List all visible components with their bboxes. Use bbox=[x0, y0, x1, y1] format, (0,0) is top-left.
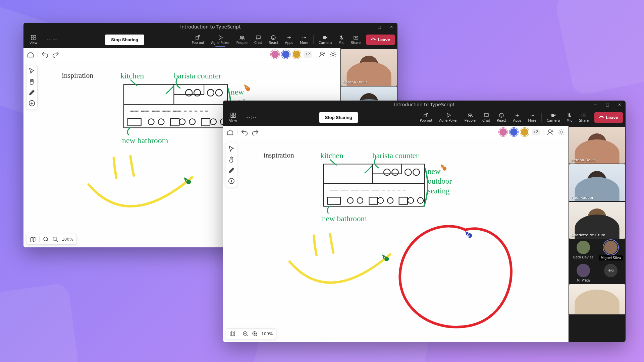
dots-icon bbox=[530, 113, 535, 118]
presence-avatar[interactable] bbox=[271, 51, 279, 58]
participant-small[interactable]: Beth Davies bbox=[571, 241, 596, 260]
undo-button[interactable] bbox=[241, 128, 248, 136]
chat-button[interactable]: Chat bbox=[479, 111, 493, 124]
meeting-timer: --:-- bbox=[243, 115, 260, 120]
presence-avatar[interactable]: CB bbox=[510, 128, 518, 136]
whiteboard-toolbar: CB CW +2 bbox=[23, 48, 340, 60]
presence-avatar[interactable]: CB bbox=[282, 51, 289, 58]
participant-tile[interactable]: Aadi Kapoor bbox=[569, 164, 625, 201]
chat-icon bbox=[256, 35, 261, 40]
avatar: +6 bbox=[604, 264, 618, 277]
window-close[interactable]: ✕ bbox=[613, 101, 626, 109]
chat-icon bbox=[484, 113, 489, 118]
people-button[interactable]: People bbox=[462, 111, 479, 124]
zoom-level: 100% bbox=[62, 237, 73, 242]
zoom-in-button[interactable] bbox=[252, 331, 258, 337]
participant-small[interactable]: Miguel Silva bbox=[598, 241, 624, 260]
zoom-bar: 100% bbox=[26, 234, 77, 245]
zoom-bar: 100% bbox=[226, 328, 276, 339]
meeting-toolbar: View --:-- Stop Sharing Pop out Agile Po… bbox=[23, 31, 397, 48]
agile-poker-button[interactable]: Agile Poker bbox=[208, 34, 233, 46]
presence-avatar[interactable]: CW bbox=[293, 51, 300, 58]
presence-overflow[interactable]: +2 bbox=[304, 51, 312, 58]
presence-avatar[interactable] bbox=[499, 128, 507, 136]
react-button[interactable]: React bbox=[266, 34, 281, 46]
window-maximize[interactable]: □ bbox=[601, 101, 613, 109]
window-close[interactable]: ✕ bbox=[385, 23, 397, 31]
participant-small[interactable]: MJ Price bbox=[571, 264, 596, 282]
window-maximize[interactable]: □ bbox=[373, 23, 385, 31]
react-icon bbox=[271, 35, 276, 40]
redo-button[interactable] bbox=[52, 51, 59, 58]
more-button[interactable]: More bbox=[297, 34, 311, 46]
participant-tooltip: Miguel Silva bbox=[599, 255, 623, 260]
popout-icon bbox=[195, 35, 201, 40]
plus-icon bbox=[286, 35, 292, 40]
add-user-button[interactable] bbox=[547, 128, 554, 136]
leave-button[interactable]: Leave bbox=[366, 35, 395, 45]
participant-name: Serena Davis bbox=[571, 158, 596, 162]
participant-tile[interactable] bbox=[569, 284, 625, 314]
more-button[interactable]: More bbox=[525, 111, 539, 124]
participant-name: MJ Price bbox=[577, 279, 590, 282]
play-icon bbox=[446, 113, 451, 118]
home-button[interactable] bbox=[226, 128, 234, 136]
apps-button[interactable]: Apps bbox=[282, 34, 297, 46]
react-icon bbox=[499, 113, 504, 118]
view-button[interactable]: View bbox=[26, 33, 41, 46]
react-button[interactable]: React bbox=[494, 111, 509, 124]
whiteboard-svg bbox=[223, 138, 568, 342]
popout-icon bbox=[423, 113, 429, 118]
whiteboard-canvas[interactable]: 100% bbox=[223, 138, 568, 342]
whiteboard-area: CB CW +2 bbox=[223, 126, 569, 342]
zoom-in-button[interactable] bbox=[52, 236, 58, 242]
mic-button[interactable]: Mic bbox=[564, 111, 575, 124]
leave-button[interactable]: Leave bbox=[594, 112, 623, 123]
play-icon bbox=[218, 35, 223, 40]
redo-button[interactable] bbox=[252, 128, 259, 136]
participant-roster: Serena Davis Aadi Kapoor Charlotte de Cr… bbox=[569, 126, 626, 342]
grid-icon bbox=[230, 112, 236, 118]
agile-poker-button[interactable]: Agile Poker bbox=[436, 111, 461, 124]
popout-button[interactable]: Pop out bbox=[417, 111, 435, 124]
avatar bbox=[577, 241, 590, 254]
dots-icon bbox=[302, 35, 307, 40]
undo-button[interactable] bbox=[41, 51, 49, 58]
settings-button[interactable] bbox=[557, 128, 565, 136]
teams-window-2: Introduction to TypeScript ─ □ ✕ View --… bbox=[223, 101, 626, 342]
participant-overflow[interactable]: +6 bbox=[598, 264, 624, 282]
stop-sharing-button[interactable]: Stop Sharing bbox=[105, 35, 144, 45]
participant-video bbox=[569, 284, 625, 314]
view-label: View bbox=[229, 119, 237, 123]
whiteboard-toolbar: CB CW +2 bbox=[223, 126, 568, 138]
participant-tile[interactable]: Serena Davis bbox=[341, 49, 397, 86]
apps-button[interactable]: Apps bbox=[510, 111, 525, 124]
share-icon bbox=[581, 113, 587, 118]
presence-overflow[interactable]: +2 bbox=[532, 129, 540, 135]
stop-sharing-button[interactable]: Stop Sharing bbox=[319, 112, 358, 123]
participant-name: Serena Davis bbox=[343, 80, 368, 84]
presence-avatar[interactable]: CW bbox=[521, 128, 528, 136]
home-button[interactable] bbox=[27, 51, 34, 58]
plus-icon bbox=[515, 113, 520, 118]
window-minimize[interactable]: ─ bbox=[589, 101, 601, 109]
view-button[interactable]: View bbox=[226, 111, 240, 124]
window-minimize[interactable]: ─ bbox=[361, 23, 373, 31]
add-user-button[interactable] bbox=[319, 51, 326, 58]
zoom-out-button[interactable] bbox=[43, 236, 49, 242]
minimap-button[interactable] bbox=[30, 236, 36, 242]
zoom-out-button[interactable] bbox=[243, 331, 249, 337]
share-button[interactable]: Share bbox=[348, 34, 364, 46]
camera-button[interactable]: Camera bbox=[316, 34, 335, 46]
camera-button[interactable]: Camera bbox=[544, 111, 563, 124]
chat-button[interactable]: Chat bbox=[251, 34, 265, 46]
participant-tile[interactable]: Serena Davis bbox=[569, 127, 625, 164]
camera-icon bbox=[551, 113, 556, 118]
popout-button[interactable]: Pop out bbox=[189, 34, 207, 46]
people-button[interactable]: People bbox=[233, 34, 251, 46]
mic-button[interactable]: Mic bbox=[335, 34, 347, 46]
settings-button[interactable] bbox=[329, 51, 337, 58]
share-button[interactable]: Share bbox=[576, 111, 592, 124]
minimap-button[interactable] bbox=[229, 331, 235, 337]
participant-tile[interactable]: Charlotte de Crum bbox=[569, 202, 625, 239]
